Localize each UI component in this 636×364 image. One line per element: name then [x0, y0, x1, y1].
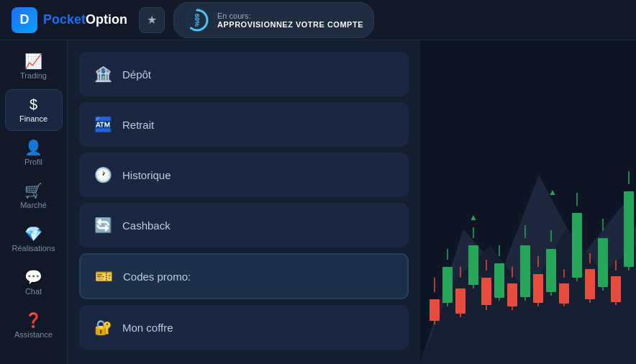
sidebar-item-profil[interactable]: 👤 Profil	[5, 132, 63, 174]
svg-rect-8	[442, 267, 453, 303]
menu-item-depot[interactable]: 🏦 Dépôt	[79, 52, 409, 96]
cashback-icon: 🔄	[94, 217, 112, 234]
logo-text: PocketOption	[43, 12, 127, 27]
svg-rect-17	[481, 278, 491, 305]
progress-text: En cours: APPROVISIONNEZ VOTRE COMPTE	[217, 12, 363, 29]
svg-rect-5	[430, 299, 440, 321]
profil-icon: 👤	[24, 140, 42, 155]
svg-rect-20	[494, 263, 504, 298]
arrow-up-1: ▲	[469, 212, 478, 222]
svg-rect-44	[598, 238, 608, 287]
finance-menu: 🏦 Dépôt 🏧 Retrait 🕐 Historique 🔄 Cashbac…	[68, 40, 420, 364]
mon-coffre-icon: 🔐	[94, 319, 112, 336]
svg-rect-50	[624, 191, 634, 267]
progress-circle: 60%	[184, 7, 210, 33]
favorites-button[interactable]: ★	[139, 7, 165, 33]
retrait-icon: 🏧	[94, 116, 112, 133]
progress-action: APPROVISIONNEZ VOTRE COMPTE	[217, 20, 363, 29]
svg-rect-11	[455, 288, 465, 314]
sidebar-item-finance[interactable]: $ Finance	[5, 89, 63, 131]
menu-item-retrait[interactable]: 🏧 Retrait	[79, 102, 409, 147]
svg-rect-14	[468, 245, 478, 285]
sidebar-item-realisations[interactable]: 💎 Réalisations	[5, 219, 63, 260]
sidebar-item-label-realisations: Réalisations	[12, 244, 55, 252]
depot-icon: 🏦	[94, 65, 112, 83]
finance-icon: $	[29, 97, 37, 112]
menu-item-mon-coffre[interactable]: 🔐 Mon coffre	[79, 305, 409, 350]
codes-promo-icon: 🎫	[95, 268, 113, 285]
realisations-icon: 💎	[24, 227, 42, 241]
historique-label: Historique	[122, 169, 171, 181]
sidebar: 📈 Trading $ Finance 👤 Profil 🛒 Marché 💎 …	[0, 40, 68, 364]
sidebar-item-label-trading: Trading	[20, 71, 47, 80]
svg-rect-38	[572, 213, 582, 278]
svg-rect-35	[559, 283, 569, 304]
sidebar-item-label-assistance: Assistance	[14, 330, 53, 339]
svg-rect-29	[533, 274, 543, 303]
svg-rect-23	[507, 283, 517, 306]
sidebar-item-label-chat: Chat	[25, 287, 42, 296]
svg-rect-32	[546, 249, 556, 292]
main-layout: 📈 Trading $ Finance 👤 Profil 🛒 Marché 💎 …	[0, 40, 636, 364]
chat-icon: 💬	[24, 270, 42, 284]
logo-icon: D	[12, 7, 37, 33]
codes-promo-label: Codes promo:	[123, 270, 191, 283]
trading-icon: 📈	[24, 54, 42, 68]
chart-background: ▲ ▲	[420, 40, 636, 364]
svg-rect-26	[520, 245, 530, 297]
logo: D PocketOption	[12, 7, 127, 33]
star-icon: ★	[147, 13, 157, 27]
progress-status: En cours:	[217, 12, 363, 20]
svg-rect-41	[585, 269, 595, 299]
progress-pct-label: 60%	[194, 13, 201, 26]
header: D PocketOption ★ 60% En cours: APPROVISI…	[0, 0, 636, 40]
menu-item-historique[interactable]: 🕐 Historique	[79, 153, 409, 197]
sidebar-item-label-profil: Profil	[24, 158, 42, 166]
sidebar-item-label-marche: Marché	[20, 201, 47, 209]
marche-icon: 🛒	[24, 183, 42, 198]
menu-item-cashback[interactable]: 🔄 Cashback	[79, 203, 409, 247]
svg-rect-47	[611, 276, 621, 302]
progress-pill[interactable]: 60% En cours: APPROVISIONNEZ VOTRE COMPT…	[173, 2, 374, 38]
sidebar-item-label-finance: Finance	[19, 114, 47, 123]
arrow-up-2: ▲	[548, 187, 557, 197]
depot-label: Dépôt	[122, 68, 151, 81]
candlestick-chart: ▲ ▲	[420, 40, 636, 364]
mon-coffre-label: Mon coffre	[122, 322, 173, 334]
sidebar-item-assistance[interactable]: ❓ Assistance	[5, 305, 63, 347]
menu-item-codes-promo[interactable]: 🎫 Codes promo:	[79, 253, 409, 299]
chart-area: ▲ ▲	[420, 40, 636, 364]
sidebar-item-marche[interactable]: 🛒 Marché	[5, 176, 63, 217]
sidebar-item-trading[interactable]: 📈 Trading	[5, 46, 63, 88]
cashback-label: Cashback	[122, 219, 171, 232]
sidebar-item-chat[interactable]: 💬 Chat	[5, 262, 63, 304]
historique-icon: 🕐	[94, 166, 112, 183]
assistance-icon: ❓	[24, 313, 42, 327]
retrait-label: Retrait	[122, 119, 154, 131]
